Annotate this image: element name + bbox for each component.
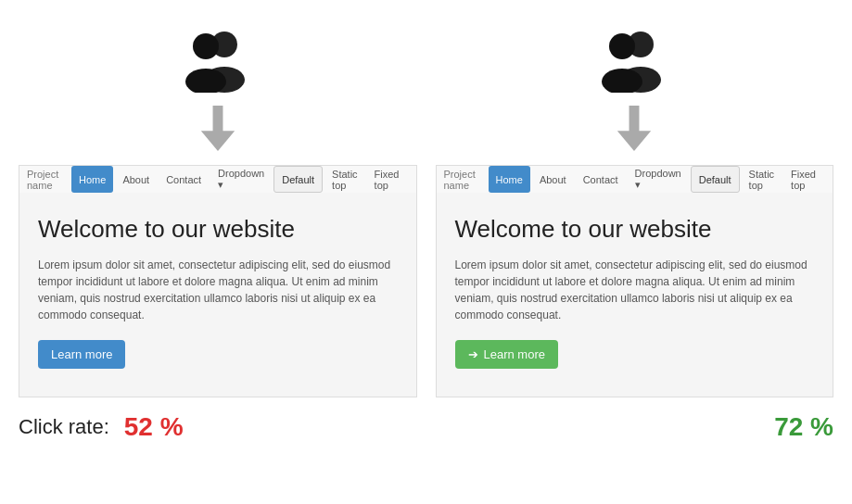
nav-fixed-a[interactable]: Fixed top [367, 166, 407, 193]
variant-b: Project name Home About Contact Dropdown… [436, 19, 834, 397]
svg-marker-5 [201, 131, 235, 151]
click-rate-label-a: Click rate: [19, 415, 109, 439]
navbar-b: Project name Home About Contact Dropdown… [436, 165, 834, 193]
nav-static-b[interactable]: Static top [742, 166, 782, 193]
card-title-a: Welcome to our website [38, 215, 398, 244]
click-rate-value-a: 52 % [124, 412, 184, 442]
content-card-a: Welcome to our website Lorem ipsum dolor… [19, 193, 417, 397]
nav-contact-a[interactable]: Contact [159, 166, 209, 193]
nav-about-b[interactable]: About [532, 166, 574, 193]
svg-point-2 [193, 33, 219, 59]
arrow-down-a [199, 106, 236, 165]
variant-a: Project name Home About Contact Dropdown… [19, 19, 417, 397]
nav-default-b[interactable]: Default [691, 166, 740, 193]
card-body-b: Lorem ipsum dolor sit amet, consectetur … [455, 257, 815, 323]
nav-home-a[interactable]: Home [71, 166, 113, 193]
users-icon-b [592, 19, 676, 106]
main-container: Project name Home About Contact Dropdown… [0, 0, 852, 397]
card-body-a: Lorem ipsum dolor sit amet, consectetur … [38, 257, 398, 323]
click-rate-a: Click rate: 52 % [19, 412, 426, 442]
navbar-brand-b: Project name [444, 169, 477, 191]
click-rate-value-b: 72 % [774, 412, 833, 442]
nav-dropdown-b[interactable]: Dropdown ▾ [628, 166, 689, 193]
nav-static-a[interactable]: Static top [324, 166, 365, 193]
card-title-b: Welcome to our website [455, 215, 815, 244]
learn-more-label-b: Learn more [484, 347, 545, 361]
arrow-right-icon: ➔ [468, 347, 478, 361]
svg-marker-11 [617, 131, 651, 151]
content-card-b: Welcome to our website Lorem ipsum dolor… [436, 193, 834, 397]
users-icon-a [176, 19, 260, 106]
nav-contact-b[interactable]: Contact [576, 166, 626, 193]
click-rates-section: Click rate: 52 % 72 % [0, 397, 852, 451]
nav-home-b[interactable]: Home [489, 166, 530, 193]
learn-more-button-b[interactable]: ➔ Learn more [455, 340, 558, 369]
svg-rect-4 [212, 106, 223, 132]
navbar-brand-a: Project name [27, 169, 60, 191]
nav-fixed-b[interactable]: Fixed top [783, 166, 823, 193]
svg-rect-10 [629, 106, 640, 132]
nav-dropdown-a[interactable]: Dropdown ▾ [210, 166, 272, 193]
learn-more-button-a[interactable]: Learn more [38, 340, 125, 369]
navbar-a: Project name Home About Contact Dropdown… [19, 165, 417, 193]
arrow-down-b [616, 106, 653, 165]
click-rate-b: 72 % [426, 412, 834, 442]
nav-about-a[interactable]: About [115, 166, 157, 193]
svg-point-8 [609, 33, 635, 59]
nav-default-a[interactable]: Default [273, 166, 323, 193]
